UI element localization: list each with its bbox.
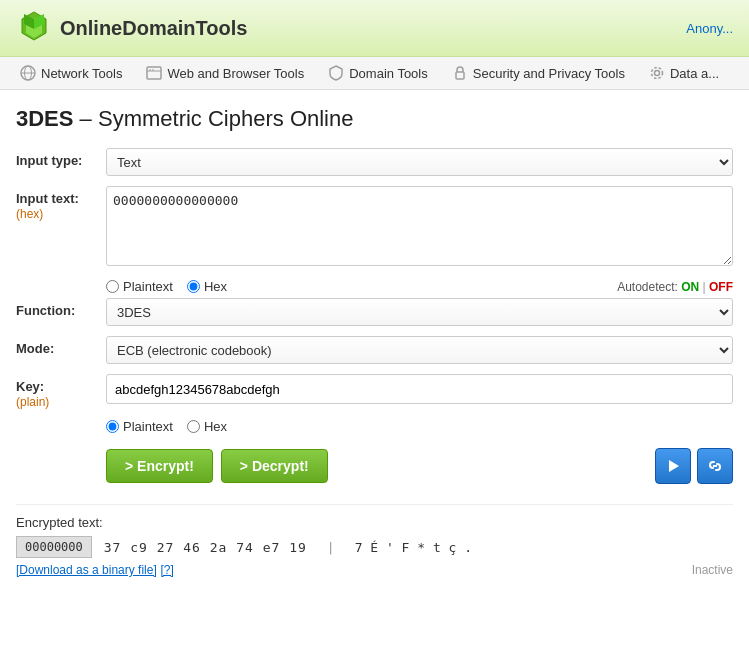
buttons-row: > Encrypt! > Decrypt!	[16, 448, 733, 484]
mode-select[interactable]: ECB (electronic codebook)	[106, 336, 733, 364]
radio-plaintext[interactable]	[106, 280, 119, 293]
inactive-label: Inactive	[692, 563, 733, 577]
nav-label-web: Web and Browser Tools	[167, 66, 304, 81]
help-link[interactable]: [?]	[160, 563, 173, 577]
input-text-wrap	[106, 186, 733, 269]
hex-block: 00000000	[16, 536, 92, 558]
autodetect-row: Autodetect: ON | OFF	[617, 280, 733, 294]
header: OnlineDomainTools Anony...	[0, 0, 749, 57]
result-bottom-row: [Download as a binary file] [?] Inactive	[16, 562, 733, 577]
nav-item-data[interactable]: Data a...	[637, 57, 731, 89]
input-text-label: Input text: (hex)	[16, 186, 106, 221]
browser-icon	[146, 65, 162, 81]
key-encoding-radio-row: Plaintext Hex	[16, 419, 733, 434]
nav-item-domain[interactable]: Domain Tools	[316, 57, 440, 89]
key-row: Key: (plain)	[16, 374, 733, 409]
input-text-row: Input text: (hex)	[16, 186, 733, 269]
lock-icon	[452, 65, 468, 81]
input-type-select[interactable]: Text	[106, 148, 733, 176]
download-link[interactable]: [Download as a binary file]	[16, 563, 157, 577]
result-label: Encrypted text:	[16, 515, 733, 530]
link-button[interactable]	[697, 448, 733, 484]
radio-hex-label[interactable]: Hex	[187, 279, 227, 294]
svg-rect-7	[147, 67, 161, 79]
key-radio-plaintext-label[interactable]: Plaintext	[106, 419, 173, 434]
function-select[interactable]: 3DES	[106, 298, 733, 326]
chain-icon	[707, 458, 723, 474]
nav-item-web[interactable]: Web and Browser Tools	[134, 57, 316, 89]
mode-row: Mode: ECB (electronic codebook)	[16, 336, 733, 364]
anon-link[interactable]: Anony...	[686, 21, 733, 36]
key-input[interactable]	[106, 374, 733, 404]
result-row: 00000000 37 c9 27 46 2a 74 e7 19 | 7 É '…	[16, 536, 733, 558]
nav-item-security[interactable]: Security and Privacy Tools	[440, 57, 637, 89]
nav-label-data: Data a...	[670, 66, 719, 81]
logo: OnlineDomainTools	[16, 10, 247, 46]
nav-item-network[interactable]: Network Tools	[8, 57, 134, 89]
download-row: [Download as a binary file] [?]	[16, 562, 174, 577]
shield-icon	[328, 65, 344, 81]
svg-rect-11	[456, 72, 464, 79]
mode-wrap: ECB (electronic codebook)	[106, 336, 733, 364]
decrypt-button[interactable]: > Decrypt!	[221, 449, 328, 483]
main-content: 3DES – Symmetric Ciphers Online Input ty…	[0, 90, 749, 593]
mode-label: Mode:	[16, 336, 106, 356]
play-icon	[665, 458, 681, 474]
radio-plaintext-label[interactable]: Plaintext	[106, 279, 173, 294]
key-radio-hex[interactable]	[187, 420, 200, 433]
function-row: Function: 3DES	[16, 298, 733, 326]
svg-point-12	[654, 71, 659, 76]
gear-icon	[649, 65, 665, 81]
logo-icon	[16, 10, 52, 46]
result-section: Encrypted text: 00000000 37 c9 27 46 2a …	[16, 504, 733, 577]
nav-label-security: Security and Privacy Tools	[473, 66, 625, 81]
key-radio-plaintext[interactable]	[106, 420, 119, 433]
icon-buttons	[655, 448, 733, 484]
input-type-label: Input type:	[16, 148, 106, 168]
function-label: Function:	[16, 298, 106, 318]
svg-point-13	[651, 68, 662, 79]
key-label: Key: (plain)	[16, 374, 106, 409]
nav-label-domain: Domain Tools	[349, 66, 428, 81]
input-text-textarea[interactable]	[106, 186, 733, 266]
svg-marker-14	[669, 460, 679, 472]
ascii-values: 7 É ' F * t ç .	[355, 540, 472, 555]
action-buttons: > Encrypt! > Decrypt!	[106, 449, 328, 483]
encoding-radio-row: Plaintext Hex Autodetect: ON | OFF	[16, 279, 733, 294]
logo-text: OnlineDomainTools	[60, 17, 247, 40]
nav: Network Tools Web and Browser Tools Doma…	[0, 57, 749, 90]
key-wrap	[106, 374, 733, 404]
result-divider: |	[327, 540, 335, 555]
key-radio-hex-label[interactable]: Hex	[187, 419, 227, 434]
function-wrap: 3DES	[106, 298, 733, 326]
encoding-radio-group: Plaintext Hex	[106, 279, 227, 294]
encrypt-button[interactable]: > Encrypt!	[106, 449, 213, 483]
key-encoding-group: Plaintext Hex	[106, 419, 227, 434]
hex-values: 37 c9 27 46 2a 74 e7 19	[104, 540, 307, 555]
input-type-wrap: Text	[106, 148, 733, 176]
play-button[interactable]	[655, 448, 691, 484]
page-title: 3DES – Symmetric Ciphers Online	[16, 106, 733, 132]
nav-label-network: Network Tools	[41, 66, 122, 81]
input-type-row: Input type: Text	[16, 148, 733, 176]
globe-icon	[20, 65, 36, 81]
radio-hex[interactable]	[187, 280, 200, 293]
